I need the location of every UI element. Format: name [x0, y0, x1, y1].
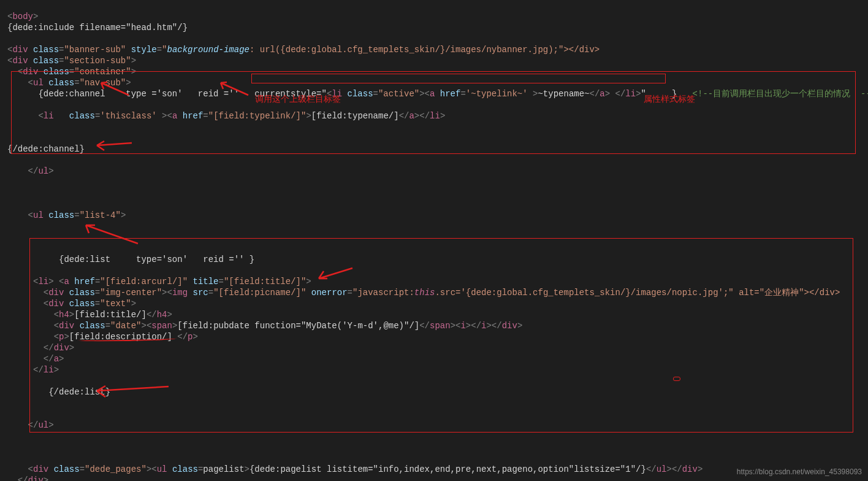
cursor-mark [673, 377, 680, 381]
code-editor[interactable]: <body> {dede:include filename="head.htm"… [7, 0, 868, 481]
code-line: {dede:include filename="head.htm"/} [7, 23, 188, 33]
annotation-label-1: 调用这个上级栏目标签 [255, 93, 341, 104]
code-line: {/dede:channel} [7, 144, 85, 154]
annotation-label-2: 属性样式标签 [644, 93, 695, 104]
watermark: https://blog.csdn.net/weixin_45398093 [737, 466, 862, 477]
line-gutter [0, 0, 6, 481]
code-comment: <!--目前调用栏目出现少一个栏目的情况 --> [693, 89, 868, 99]
code-line: {/dede:list} [28, 387, 110, 397]
code-line: {dede:list type='son' reid ='' } [33, 255, 254, 264]
